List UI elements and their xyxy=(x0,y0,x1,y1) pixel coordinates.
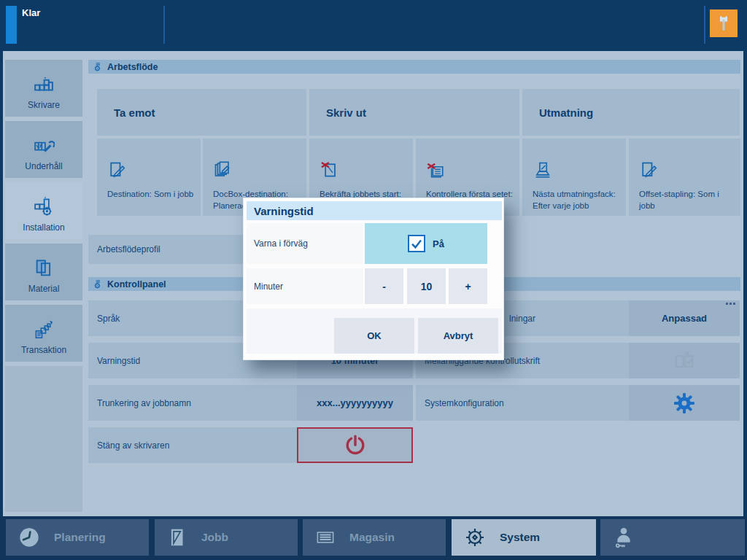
dialog-minutes-label: Minuter xyxy=(247,268,363,304)
minutes-increment-button[interactable]: + xyxy=(449,268,487,304)
dialog-title: Varningstid xyxy=(247,201,502,220)
row-systemkonfiguration[interactable]: Systemkonfiguration xyxy=(416,385,740,421)
warn-toggle-cell[interactable]: På xyxy=(365,223,487,264)
tab-label: Planering xyxy=(54,531,106,544)
group-header-ta-emot: Ta emot xyxy=(97,89,306,136)
tab-label: Magasin xyxy=(349,531,395,544)
system-config-button[interactable] xyxy=(629,385,740,421)
row-label: Trunkering av jobbnamn xyxy=(97,385,191,421)
sidebar-item-installation[interactable]: Installation xyxy=(5,182,82,239)
tile-destination[interactable]: Destination: Som i jobb xyxy=(97,139,201,216)
section-title: Kontrollpanel xyxy=(107,279,166,289)
sidebar-item-material[interactable]: Material xyxy=(5,244,82,300)
tab-label: Jobb xyxy=(201,531,228,544)
service-tools-button[interactable] xyxy=(710,9,738,37)
sidebar-item-label: Skrivare xyxy=(28,100,60,110)
workflow-section-header: Arbetsflöde xyxy=(88,60,740,74)
sidebar-item-underhall[interactable]: Underhåll xyxy=(5,121,82,178)
row-value: Anpassad xyxy=(662,313,707,324)
sidebar-item-label: Material xyxy=(28,284,60,294)
cancel-set-icon xyxy=(426,160,446,181)
proof-print-icon xyxy=(673,349,696,373)
job-document-icon xyxy=(166,526,188,548)
power-icon xyxy=(343,433,368,458)
bottom-nav-bar: Planering Jobb Magasin xyxy=(0,516,747,560)
cancel-document-icon xyxy=(320,160,340,181)
checkbox-checked[interactable] xyxy=(408,235,425,252)
tile-caption: Destination: Som i jobb xyxy=(107,188,195,200)
tab-label: System xyxy=(500,531,540,544)
media-sheets-icon xyxy=(33,257,55,279)
tab-planering[interactable]: Planering xyxy=(6,519,149,556)
group-header-skriv-ut: Skriv ut xyxy=(309,89,519,136)
sidebar-item-label: Underhåll xyxy=(25,161,62,171)
tab-system[interactable]: System xyxy=(452,519,596,556)
output-tray-icon xyxy=(533,160,553,181)
topbar-divider xyxy=(704,6,705,44)
tile-offset-stapling[interactable]: Offset-stapling: Som i jobb xyxy=(629,139,740,216)
row-value: xxx...yyyyyyyyyy xyxy=(317,397,393,408)
section-title: Arbetsflöde xyxy=(107,62,158,72)
power-off-button[interactable] xyxy=(297,427,413,463)
sidebar-empty-area xyxy=(5,366,82,512)
ok-button[interactable]: OK xyxy=(334,318,414,354)
tile-nasta-utmatningsfack[interactable]: Nästa utmatningsfack: Efter varje jobb xyxy=(522,139,626,216)
dialog-warn-label: Varna i förväg xyxy=(247,223,363,264)
warn-state-label: På xyxy=(433,238,444,249)
row-label: Stäng av skrivaren xyxy=(97,427,169,463)
transaction-documents-icon xyxy=(33,319,55,341)
row-value-cell[interactable]: Anpassad xyxy=(629,300,740,336)
maintenance-counter-wrench-icon xyxy=(33,135,55,157)
printer-icon xyxy=(33,74,55,96)
row-label: Systemkonfiguration xyxy=(425,385,504,421)
row-label: Språk xyxy=(97,300,120,336)
wrench-icon xyxy=(714,14,733,33)
minutes-decrement-button[interactable]: - xyxy=(365,268,403,304)
sidebar-item-label: Transaktion xyxy=(21,345,66,355)
row-value-cell xyxy=(629,343,740,378)
gear-icon xyxy=(673,392,696,415)
varningstid-dialog: Varningstid Varna i förväg På Minuter - … xyxy=(243,198,504,360)
edit-documents-icon xyxy=(213,160,233,181)
edit-document-icon xyxy=(639,160,659,181)
row-stang-av-skrivaren[interactable]: Stäng av skrivaren xyxy=(88,427,413,463)
user-key-icon xyxy=(612,526,635,549)
tile-caption: Offset-stapling: Som i jobb xyxy=(639,188,735,211)
clock-icon xyxy=(18,526,41,549)
minutes-value: 10 xyxy=(407,268,446,304)
topbar-divider xyxy=(163,6,165,44)
sidebar-item-transaktion[interactable]: Transaktion xyxy=(5,305,82,362)
controlpanel-icon xyxy=(93,279,103,289)
cancel-button[interactable]: Avbryt xyxy=(418,318,498,354)
printer-status-text: Klar xyxy=(22,7,40,18)
row-label: Arbetsflödeprofil xyxy=(97,235,160,264)
edit-document-icon xyxy=(107,160,128,181)
row-value-cell[interactable]: xxx...yyyyyyyyyy xyxy=(297,385,413,421)
group-header-utmatning: Utmatning xyxy=(522,89,740,136)
row-trunkering-av-jobbnamn[interactable]: Trunkering av jobbnamn xxx...yyyyyyyyyy xyxy=(88,385,413,421)
installation-blocks-gear-icon xyxy=(33,196,55,218)
status-accent-bar xyxy=(6,6,17,44)
tray-stack-icon xyxy=(314,526,336,548)
tile-caption: Nästa utmatningsfack: Efter varje jobb xyxy=(533,188,620,211)
row-label: lningar xyxy=(509,300,535,336)
tab-user-login[interactable] xyxy=(600,519,745,556)
tab-jobb[interactable]: Jobb xyxy=(155,519,298,556)
sidebar-item-skrivare[interactable]: Skrivare xyxy=(5,60,82,117)
workflow-icon xyxy=(93,62,103,72)
row-label: Varningstid xyxy=(97,343,140,378)
tab-magasin[interactable]: Magasin xyxy=(303,519,446,556)
top-status-bar: Klar xyxy=(0,0,747,50)
sidebar-item-label: Installation xyxy=(23,222,64,233)
system-gear-icon xyxy=(463,526,487,549)
more-options-icon[interactable] xyxy=(726,303,735,305)
